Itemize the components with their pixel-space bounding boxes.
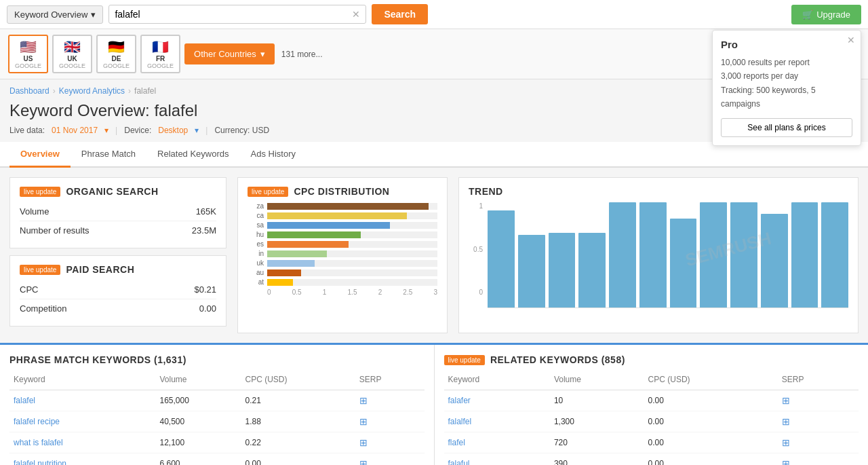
phrase-match-table: Keyword Volume CPC (USD) SERP falafel 16… [9, 372, 425, 465]
cpc-x-axis: 00.511.522.53 [248, 289, 437, 296]
bar-fill [267, 260, 315, 267]
keyword-link[interactable]: flafel [448, 438, 465, 447]
other-countries-count: 131 more... [281, 50, 323, 59]
rel-col-serp: SERP [778, 372, 859, 390]
table-row: falafer 10 0.00 ⊞ [444, 390, 859, 411]
live-badge-related: live update [444, 355, 485, 365]
bar-label: hu [248, 231, 264, 238]
serp-icon[interactable]: ⊞ [782, 416, 790, 427]
keyword-link[interactable]: what is falafel [14, 438, 63, 447]
trend-bar [791, 202, 818, 308]
serp-icon[interactable]: ⊞ [782, 395, 790, 406]
us-flag-icon: 🇺🇸 [20, 39, 37, 55]
keyword-link[interactable]: falafer [448, 396, 471, 405]
cpc-value: $0.21 [194, 284, 216, 295]
serp-icon[interactable]: ⊞ [782, 437, 790, 448]
date-link[interactable]: 01 Nov 2017 [52, 126, 98, 135]
bar-track [267, 241, 437, 248]
trend-bar [488, 210, 515, 308]
bar-track [267, 279, 437, 286]
cpc-bar-row: au [248, 269, 437, 276]
flag-us[interactable]: 🇺🇸 US GOOGLE [8, 35, 48, 73]
trend-title: TREND [469, 186, 503, 197]
bar-label: in [248, 250, 264, 257]
uk-flag-icon: 🇬🇧 [64, 39, 81, 55]
rel-col-volume: Volume [550, 372, 644, 390]
tab-phrase-match[interactable]: Phrase Match [71, 142, 146, 168]
other-countries-button[interactable]: Other Countries ▾ [184, 43, 275, 64]
bottom-section: PHRASE MATCH KEYWORDS (1,631) Keyword Vo… [0, 343, 868, 465]
organic-search-title: ORGANIC SEARCH [66, 186, 158, 197]
search-input[interactable] [115, 5, 352, 23]
bar-label: za [248, 202, 264, 210]
phrase-match-section: PHRASE MATCH KEYWORDS (1,631) Keyword Vo… [0, 345, 435, 465]
keyword-overview-dropdown[interactable]: Keyword Overview ▾ [7, 5, 103, 24]
flag-de[interactable]: 🇩🇪 DE GOOGLE [96, 35, 136, 73]
table-row: falaful 390 0.00 ⊞ [444, 453, 859, 466]
trend-bar [639, 202, 667, 308]
col-cpc: CPC (USD) [241, 372, 355, 390]
clear-icon[interactable]: ✕ [352, 9, 360, 20]
bar-fill [267, 203, 429, 210]
competition-row: Competition 0.00 [20, 299, 216, 318]
number-of-results-row: Number of results 23.5M [20, 221, 216, 240]
keyword-link[interactable]: falafel [14, 396, 35, 405]
tab-ads-history[interactable]: Ads History [240, 142, 307, 168]
bar-track [267, 222, 437, 229]
pro-features: 10,000 results per report 3,000 reports … [721, 56, 852, 111]
close-icon[interactable]: ✕ [847, 35, 855, 45]
table-row: falalfel 1,300 0.00 ⊞ [444, 411, 859, 432]
serp-icon[interactable]: ⊞ [359, 416, 368, 427]
breadcrumb-keyword-analytics[interactable]: Keyword Analytics [59, 86, 125, 96]
keyword-link[interactable]: falafel recipe [14, 417, 60, 426]
related-keywords-title: RELATED KEYWORDS (858) [490, 354, 625, 365]
competition-label: Competition [20, 303, 66, 314]
tabs: Overview Phrase Match Related Keywords A… [0, 142, 868, 168]
serp-icon[interactable]: ⊞ [782, 458, 790, 465]
bar-fill [267, 222, 390, 229]
volume-value: 165K [196, 206, 216, 217]
cpc-bar-row: at [248, 278, 437, 286]
chevron-down-icon: ▾ [91, 10, 96, 20]
phrase-match-title: PHRASE MATCH KEYWORDS (1,631) [9, 354, 186, 365]
live-badge-organic: live update [20, 187, 60, 197]
serp-icon[interactable]: ⊞ [359, 458, 368, 465]
trend-bar [761, 214, 788, 308]
bar-track [267, 203, 437, 210]
bar-fill [267, 241, 349, 248]
bar-fill [267, 269, 301, 276]
flag-uk[interactable]: 🇬🇧 UK GOOGLE [52, 35, 92, 73]
serp-icon[interactable]: ⊞ [359, 395, 368, 406]
volume-label: Volume [20, 206, 49, 217]
chevron-down-icon-device[interactable]: ▾ [195, 126, 199, 135]
cpc-bar-row: sa [248, 221, 437, 229]
col-volume: Volume [155, 372, 241, 390]
related-keywords-table: Keyword Volume CPC (USD) SERP falafer 10… [444, 372, 859, 465]
see-plans-button[interactable]: See all plans & prices [721, 118, 852, 137]
upgrade-button[interactable]: 🛒 Upgrade [791, 5, 861, 24]
search-input-wrap: ✕ [108, 5, 366, 24]
cpc-bar-row: ca [248, 212, 437, 219]
organic-search-section: live update ORGANIC SEARCH Volume 165K N… [9, 177, 226, 248]
search-button[interactable]: Search [372, 4, 428, 24]
keyword-link[interactable]: falalfel [448, 417, 472, 426]
competition-value: 0.00 [199, 303, 216, 314]
device-link[interactable]: Desktop [158, 126, 188, 135]
tab-related-keywords[interactable]: Related Keywords [146, 142, 240, 168]
cpc-bar-chart: za ca sa hu es in [248, 202, 437, 286]
serp-icon[interactable]: ⊞ [359, 437, 368, 448]
keyword-link[interactable]: falaful [448, 459, 470, 465]
breadcrumb-dashboard[interactable]: Dashboard [9, 86, 50, 96]
bar-label: au [248, 269, 264, 276]
trend-bar [549, 233, 576, 308]
flag-fr[interactable]: 🇫🇷 FR GOOGLE [140, 35, 180, 73]
cpc-bar-row: za [248, 202, 437, 210]
bar-label: es [248, 240, 264, 248]
tab-overview[interactable]: Overview [9, 142, 71, 168]
keyword-link[interactable]: falafel nutrition [14, 459, 66, 465]
cart-icon: 🛒 [802, 10, 813, 20]
chevron-down-icon[interactable]: ▾ [104, 126, 108, 135]
rel-col-cpc: CPC (USD) [644, 372, 778, 390]
topbar: Keyword Overview ▾ ✕ Search 🛒 Upgrade [0, 0, 868, 29]
bar-track [267, 231, 437, 238]
